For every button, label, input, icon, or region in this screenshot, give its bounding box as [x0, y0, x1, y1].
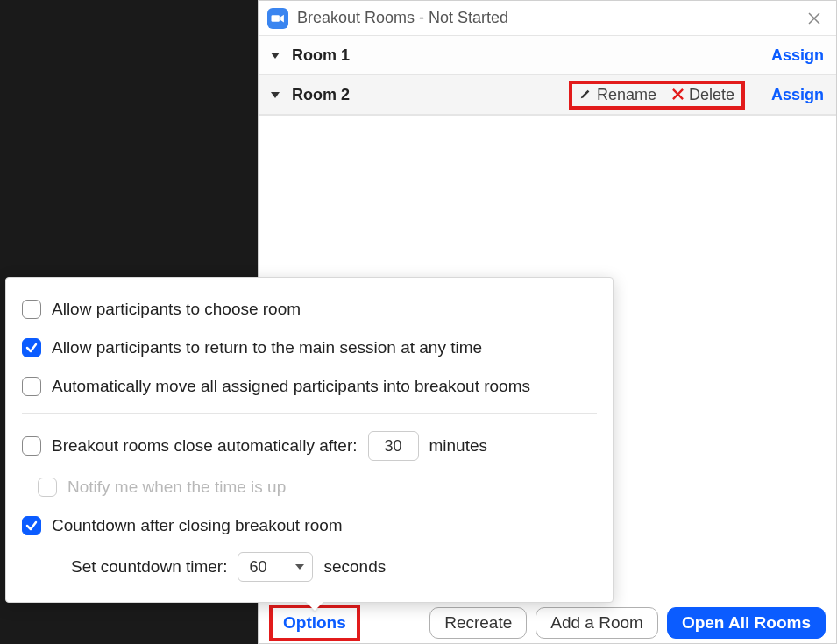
- options-popover: Allow participants to choose room Allow …: [5, 277, 614, 603]
- open-all-rooms-button[interactable]: Open All Rooms: [667, 607, 826, 639]
- checkbox[interactable]: [22, 436, 41, 456]
- titlebar: Breakout Rooms - Not Started: [259, 1, 836, 36]
- zoom-app-icon: [267, 8, 288, 29]
- assign-link[interactable]: Assign: [771, 86, 824, 104]
- svg-rect-0: [272, 15, 280, 22]
- option-choose-room[interactable]: Allow participants to choose room: [22, 297, 597, 322]
- window-title: Breakout Rooms - Not Started: [297, 9, 801, 27]
- pencil-icon: [579, 86, 592, 104]
- room-row[interactable]: Room 1 Assign: [259, 36, 836, 75]
- option-auto-move[interactable]: Automatically move all assigned particip…: [22, 374, 597, 399]
- minutes-suffix: minutes: [429, 436, 488, 456]
- countdown-timer-select[interactable]: [238, 552, 313, 582]
- checkbox: [38, 478, 57, 497]
- rename-button[interactable]: Rename: [579, 86, 656, 104]
- countdown-timer-select-wrap: [238, 552, 313, 582]
- delete-button[interactable]: Delete: [672, 86, 734, 104]
- expand-caret-icon[interactable]: [271, 92, 280, 98]
- room-name: Room 1: [292, 46, 350, 65]
- room-row[interactable]: Room 2 Rename Delete Assign: [259, 75, 836, 115]
- checkbox[interactable]: [22, 516, 41, 535]
- option-auto-close[interactable]: Breakout rooms close automatically after…: [22, 431, 597, 461]
- close-button[interactable]: [801, 5, 827, 32]
- countdown-timer-label: Set countdown timer:: [71, 557, 227, 577]
- option-label: Breakout rooms close automatically after…: [52, 436, 358, 456]
- recreate-button[interactable]: Recreate: [429, 607, 527, 639]
- option-label: Allow participants to choose room: [52, 300, 301, 319]
- checkbox[interactable]: [22, 300, 41, 319]
- option-label: Countdown after closing breakout room: [52, 516, 343, 535]
- option-countdown[interactable]: Countdown after closing breakout room: [22, 513, 597, 538]
- checkbox[interactable]: [22, 377, 41, 396]
- option-label: Allow participants to return to the main…: [52, 338, 482, 357]
- room-list: Room 1 Assign Room 2 Rename Delet: [259, 36, 836, 116]
- seconds-suffix: seconds: [323, 557, 386, 577]
- add-room-button[interactable]: Add a Room: [536, 607, 658, 639]
- footer-bar: Options Recreate Add a Room Open All Roo…: [259, 602, 836, 643]
- close-icon: [808, 12, 820, 25]
- auto-close-minutes-input[interactable]: [368, 431, 419, 461]
- checkbox[interactable]: [22, 338, 41, 357]
- expand-caret-icon[interactable]: [271, 53, 280, 59]
- room-name: Room 2: [292, 86, 350, 104]
- option-notify: Notify me when the time is up: [22, 475, 597, 499]
- option-return-main[interactable]: Allow participants to return to the main…: [22, 336, 597, 360]
- separator: [22, 413, 597, 414]
- rename-label: Rename: [597, 86, 656, 104]
- option-label: Automatically move all assigned particip…: [52, 377, 530, 396]
- assign-link[interactable]: Assign: [771, 46, 824, 65]
- delete-x-icon: [672, 86, 684, 104]
- delete-label: Delete: [689, 86, 734, 104]
- check-icon: [25, 520, 38, 532]
- room-row-actions: Rename Delete: [569, 81, 745, 110]
- option-label: Notify me when the time is up: [67, 478, 286, 497]
- check-icon: [25, 342, 38, 354]
- option-countdown-timer: Set countdown timer: seconds: [22, 552, 597, 582]
